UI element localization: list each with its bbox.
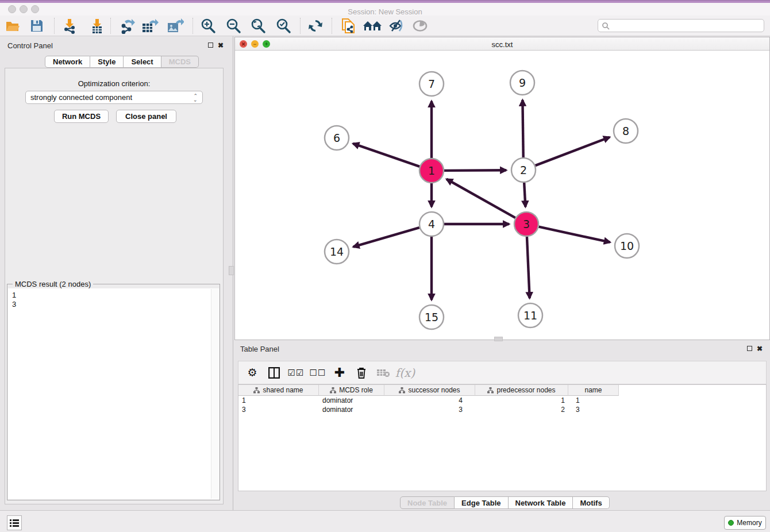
chevron-up-down-icon: ⌃⌃ [193, 95, 198, 101]
control-panel-close-icon[interactable]: ✖ [218, 43, 224, 48]
control-panel-float-icon[interactable] [208, 43, 213, 48]
result-line: 1 [12, 291, 219, 300]
graph-edge-2-8[interactable] [536, 137, 610, 165]
toolbar-separator [192, 18, 193, 34]
graph-node-label: 8 [622, 125, 629, 137]
result-line: 3 [12, 300, 219, 309]
save-session-icon[interactable] [27, 16, 47, 36]
column-header-shared-name[interactable]: shared name [238, 385, 319, 396]
memory-label: Memory [737, 519, 761, 527]
graph-edge-2-9[interactable] [522, 100, 523, 157]
tab-edge-table[interactable]: Edge Table [455, 496, 508, 509]
node-table: shared name MCDS role successor nodes pr… [238, 384, 767, 491]
table-row[interactable]: 1 dominator 4 1 1 [238, 396, 766, 405]
graph-edge-4-14[interactable] [353, 228, 419, 246]
toolbar-separator [332, 18, 332, 34]
table-panel-close-icon[interactable]: ✖ [757, 346, 763, 352]
criterion-value: strongly connected component [30, 93, 132, 102]
run-mcds-button[interactable]: Run MCDS [54, 110, 109, 123]
column-header-successor-nodes[interactable]: successor nodes [384, 385, 475, 396]
list-icon [10, 519, 19, 527]
toolbar-separator [300, 18, 301, 34]
main-toolbar [0, 16, 770, 36]
graph-node-label: 11 [523, 309, 537, 322]
export-table-icon[interactable] [140, 16, 160, 36]
table-panel-float-icon[interactable] [747, 346, 752, 351]
create-column-plus-icon[interactable]: ✚ [329, 363, 351, 383]
graph-node-label: 10 [620, 240, 634, 252]
table-panel-tabs: Node Table Edge Table Network Table Moti… [400, 496, 610, 509]
show-columns-icon[interactable] [263, 363, 285, 383]
tab-style[interactable]: Style [90, 56, 124, 68]
graph-edge-1-2[interactable] [444, 170, 506, 171]
delete-column-trash-icon[interactable] [351, 363, 372, 383]
column-header-name[interactable]: name [568, 385, 619, 396]
import-network-icon[interactable] [60, 16, 79, 36]
tab-node-table[interactable]: Node Table [400, 496, 455, 509]
column-tree-icon [399, 387, 405, 394]
result-scrollbar[interactable] [211, 289, 218, 499]
unselect-all-columns-icon[interactable]: ☐☐ [307, 363, 329, 383]
search-input[interactable] [610, 22, 764, 30]
tab-motifs[interactable]: Motifs [573, 496, 609, 509]
network-view-window: ✕ − ＋ scc.txt 7968124314101511 [234, 37, 770, 340]
horizontal-splitter-grip[interactable] [494, 337, 503, 341]
status-bar: Memory [0, 510, 770, 532]
tab-mcds[interactable]: MCDS [161, 56, 199, 68]
import-table-icon[interactable] [87, 16, 107, 36]
graph-edge-1-6[interactable] [353, 144, 419, 167]
tab-network[interactable]: Network [45, 56, 90, 68]
delete-table-icon[interactable] [372, 363, 394, 383]
graph-node-label: 9 [519, 76, 526, 89]
optimization-criterion-label: Optimization criterion: [0, 79, 228, 88]
column-tree-icon [330, 387, 336, 394]
network-title: scc.txt [235, 40, 769, 49]
criterion-dropdown[interactable]: strongly connected component ⌃⌃ [25, 91, 203, 104]
home-layout-icon[interactable] [363, 16, 382, 36]
zoom-in-icon[interactable] [198, 16, 218, 36]
memory-status-dot [728, 520, 734, 526]
tab-network-table[interactable]: Network Table [509, 496, 573, 509]
task-history-button[interactable] [7, 515, 22, 530]
clone-network-icon[interactable] [338, 16, 358, 36]
table-toolbar: ⚙ ☑☑ ☐☐ ✚ f(x) [238, 361, 767, 384]
tab-select[interactable]: Select [124, 56, 161, 68]
graph-edge-3-1[interactable] [446, 179, 515, 218]
memory-button[interactable]: Memory [724, 516, 766, 530]
function-builder-icon[interactable]: f(x) [394, 363, 416, 383]
refresh-view-icon[interactable] [306, 16, 325, 36]
table-settings-gear-icon[interactable]: ⚙ [241, 363, 263, 383]
network-graph[interactable]: 7968124314101511 [235, 51, 769, 340]
show-panels-icon[interactable] [410, 16, 430, 36]
select-all-columns-icon[interactable]: ☑☑ [285, 363, 307, 383]
export-image-icon[interactable] [165, 16, 185, 36]
graph-node-label: 6 [333, 132, 340, 144]
close-panel-button[interactable]: Close panel [116, 110, 176, 123]
control-panel-tabs: Network Style Select MCDS [45, 56, 199, 68]
column-tree-icon [253, 387, 260, 394]
column-header-mcds-role[interactable]: MCDS role [319, 385, 384, 396]
table-row[interactable]: 3 dominator 3 2 3 [238, 405, 766, 414]
search-box[interactable] [598, 19, 764, 32]
open-session-icon[interactable] [3, 16, 22, 36]
graph-node-label: 3 [523, 218, 530, 230]
mcds-result-title: MCDS result (2 nodes) [13, 280, 93, 288]
vertical-splitter-grip[interactable] [229, 266, 234, 275]
table-panel-title: Table Panel [240, 345, 279, 353]
mcds-result-textarea[interactable]: 1 3 [8, 288, 219, 499]
toolbar-separator [54, 18, 55, 34]
zoom-out-icon[interactable] [224, 16, 243, 36]
export-network-icon[interactable] [117, 16, 137, 36]
graph-edge-2-3[interactable] [524, 183, 525, 207]
column-header-predecessor-nodes[interactable]: predecessor nodes [475, 385, 568, 396]
control-panel-title: Control Panel [7, 41, 53, 50]
zoom-selected-icon[interactable] [274, 16, 293, 36]
graph-node-label: 7 [428, 78, 435, 90]
zoom-fit-icon[interactable] [248, 16, 268, 36]
graph-edge-3-10[interactable] [538, 227, 610, 242]
graph-node-label: 4 [428, 218, 435, 230]
graph-edge-3-11[interactable] [527, 237, 530, 298]
window-titlebar: Session: New Session [0, 3, 770, 16]
graph-node-label: 14 [330, 245, 344, 258]
hide-panels-icon[interactable] [387, 16, 406, 36]
